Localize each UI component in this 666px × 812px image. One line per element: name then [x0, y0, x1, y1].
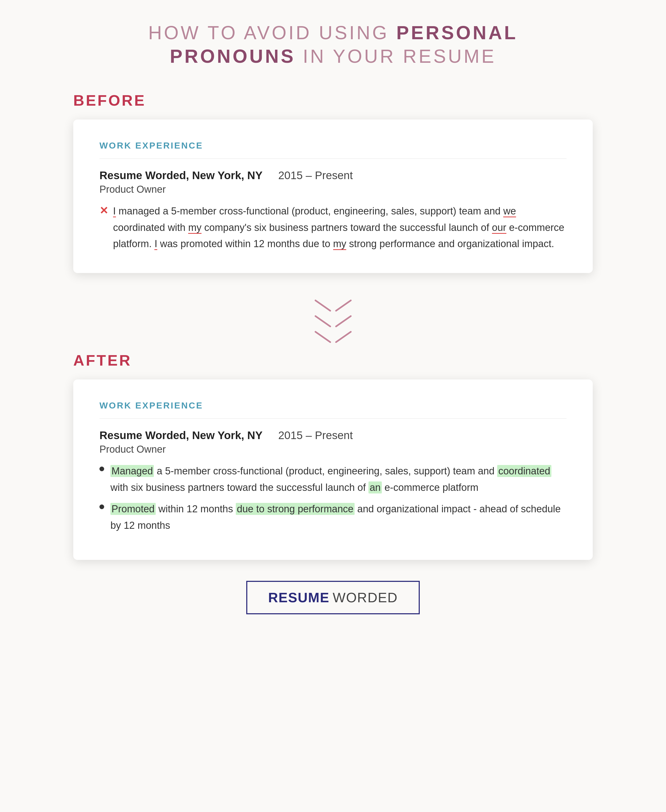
after-bullet-2-text: Promoted within 12 months due to strong …: [110, 501, 567, 534]
after-job-title: Product Owner: [99, 444, 567, 455]
before-bullet-text: I managed a 5-member cross-functional (p…: [113, 203, 567, 252]
pronoun-we: we: [503, 205, 516, 217]
highlight-due-to: due to strong performance: [236, 503, 354, 515]
pronoun-i-1: I: [113, 205, 116, 217]
after-bullet-list: Managed a 5-member cross-functional (pro…: [99, 463, 567, 534]
pronoun-i-2: I: [154, 238, 157, 250]
before-resume-card: WORK EXPERIENCE Resume Worded, New York,…: [73, 120, 593, 273]
before-company-name: Resume Worded, New York, NY: [99, 169, 262, 182]
after-bullet-1-text: Managed a 5-member cross-functional (pro…: [110, 463, 567, 496]
bullet-dot-2: [99, 505, 104, 509]
before-bullet-row: ✕ I managed a 5-member cross-functional …: [99, 203, 567, 252]
content-area: HOW TO AVOID USING PERSONAL PRONOUNS IN …: [73, 21, 593, 614]
after-bullet-item-1: Managed a 5-member cross-functional (pro…: [99, 463, 567, 496]
logo-section: RESUME WORDED: [73, 581, 593, 614]
after-company-name: Resume Worded, New York, NY: [99, 429, 262, 442]
title-line-2: PRONOUNS IN YOUR RESUME: [73, 44, 593, 68]
highlight-managed: Managed: [110, 465, 154, 477]
after-resume-card: WORK EXPERIENCE Resume Worded, New York,…: [73, 380, 593, 560]
x-mark-icon: ✕: [99, 204, 108, 218]
highlight-an: an: [368, 482, 382, 493]
before-label: BEFORE: [73, 92, 593, 109]
pronoun-our: our: [492, 222, 506, 234]
page-title: HOW TO AVOID USING PERSONAL PRONOUNS IN …: [73, 21, 593, 68]
bullet-dot-1: [99, 467, 104, 471]
title-bold-personal: PERSONAL: [396, 22, 518, 43]
arrows-container: [73, 289, 593, 336]
after-bullet-item-2: Promoted within 12 months due to strong …: [99, 501, 567, 534]
logo-box: RESUME WORDED: [246, 581, 420, 614]
after-work-exp-label: WORK EXPERIENCE: [99, 400, 567, 411]
after-dates: 2015 – Present: [278, 429, 353, 442]
after-company-line: Resume Worded, New York, NY 2015 – Prese…: [99, 429, 567, 442]
before-work-exp-label: WORK EXPERIENCE: [99, 140, 567, 151]
title-bold-pronouns: PRONOUNS: [170, 46, 295, 67]
logo-resume-text: RESUME: [268, 590, 330, 605]
page-container: HOW TO AVOID USING PERSONAL PRONOUNS IN …: [0, 0, 666, 812]
before-company-line: Resume Worded, New York, NY 2015 – Prese…: [99, 169, 567, 182]
chevron-arrow-3: [315, 320, 351, 341]
after-label: AFTER: [73, 352, 593, 369]
title-line-1: HOW TO AVOID USING PERSONAL: [73, 21, 593, 44]
pronoun-my-1: my: [188, 222, 201, 234]
highlight-coordinated: coordinated: [497, 465, 551, 477]
logo-worded-text: WORDED: [333, 590, 398, 605]
before-job-title: Product Owner: [99, 184, 567, 195]
after-divider: [99, 418, 567, 419]
pronoun-my-2: my: [333, 238, 346, 250]
before-divider: [99, 158, 567, 159]
before-dates: 2015 – Present: [278, 169, 353, 182]
highlight-promoted: Promoted: [110, 503, 156, 515]
